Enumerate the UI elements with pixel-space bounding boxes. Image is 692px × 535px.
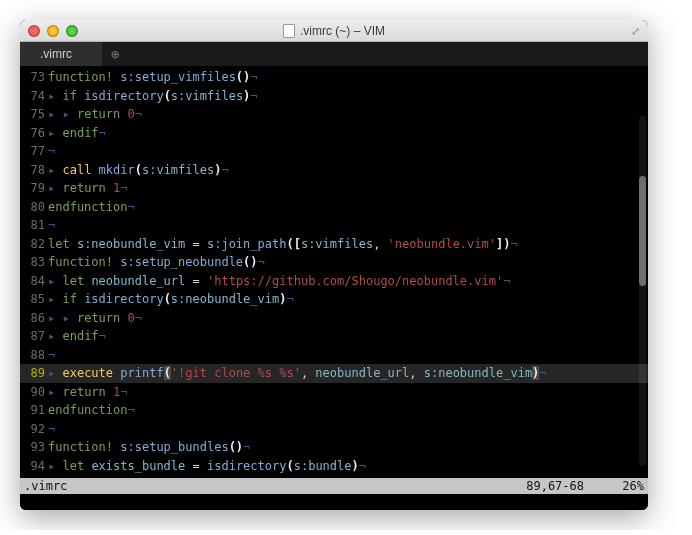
code-line: 80endfunction¬	[20, 198, 648, 217]
status-percent: 26%	[584, 479, 644, 493]
code-line: 75▸ ▸ return 0¬	[20, 105, 648, 124]
tab-label: .vimrc	[40, 47, 72, 61]
status-bar: .vimrc 89,67-68 26%	[20, 478, 648, 494]
code-line: 87▸ endif¬	[20, 327, 648, 346]
zoom-icon[interactable]	[66, 25, 78, 37]
add-tab-button[interactable]: ⊕	[103, 42, 127, 66]
editor-area[interactable]: 73function! s:setup_vimfiles()¬ 74▸ if i…	[20, 66, 648, 478]
code-line: 86▸ ▸ return 0¬	[20, 309, 648, 328]
code-line: 81¬	[20, 216, 648, 235]
code-line: 85▸ if isdirectory(s:neobundle_vim)¬	[20, 290, 648, 309]
status-file: .vimrc	[24, 479, 67, 493]
code-line: 90▸ return 1¬	[20, 383, 648, 402]
cursor-line: 89▸ execute printf('!git clone %s %s', n…	[20, 364, 648, 383]
close-icon[interactable]	[28, 25, 40, 37]
code-line: 73function! s:setup_vimfiles()¬	[20, 68, 648, 87]
minimize-icon[interactable]	[47, 25, 59, 37]
scroll-thumb[interactable]	[639, 176, 646, 286]
code-line: 76▸ endif¬	[20, 124, 648, 143]
window-title-text: .vimrc (~) – VIM	[300, 24, 385, 38]
code-line: 88¬	[20, 346, 648, 365]
code-line: 84▸ let neobundle_url = 'https://github.…	[20, 272, 648, 291]
document-icon	[283, 24, 295, 38]
titlebar[interactable]: .vimrc (~) – VIM ⤢	[20, 20, 648, 42]
code-line: 94▸ let exists_bundle = isdirectory(s:bu…	[20, 457, 648, 476]
fullscreen-icon[interactable]: ⤢	[628, 24, 642, 38]
scrollbar[interactable]	[639, 116, 646, 466]
code-line: 93function! s:setup_bundles()¬	[20, 438, 648, 457]
code-lines: 73function! s:setup_vimfiles()¬ 74▸ if i…	[20, 66, 648, 475]
code-line: 77¬	[20, 142, 648, 161]
tab-bar: .vimrc ⊕	[20, 42, 648, 66]
code-line: 78▸ call mkdir(s:vimfiles)¬	[20, 161, 648, 180]
traffic-lights	[28, 25, 78, 37]
code-line: 83function! s:setup_neobundle()¬	[20, 253, 648, 272]
code-line: 92¬	[20, 420, 648, 439]
status-position: 89,67-68	[526, 479, 584, 493]
code-line: 74▸ if isdirectory(s:vimfiles)¬	[20, 87, 648, 106]
code-line: 79▸ return 1¬	[20, 179, 648, 198]
command-line[interactable]	[20, 494, 648, 510]
code-line: 82let s:neobundle_vim = s:join_path([s:v…	[20, 235, 648, 254]
window-title: .vimrc (~) – VIM	[20, 24, 648, 38]
code-line: 91endfunction¬	[20, 401, 648, 420]
app-window: .vimrc (~) – VIM ⤢ .vimrc ⊕ 73function! …	[20, 20, 648, 510]
tab-vimrc[interactable]: .vimrc	[20, 42, 103, 66]
